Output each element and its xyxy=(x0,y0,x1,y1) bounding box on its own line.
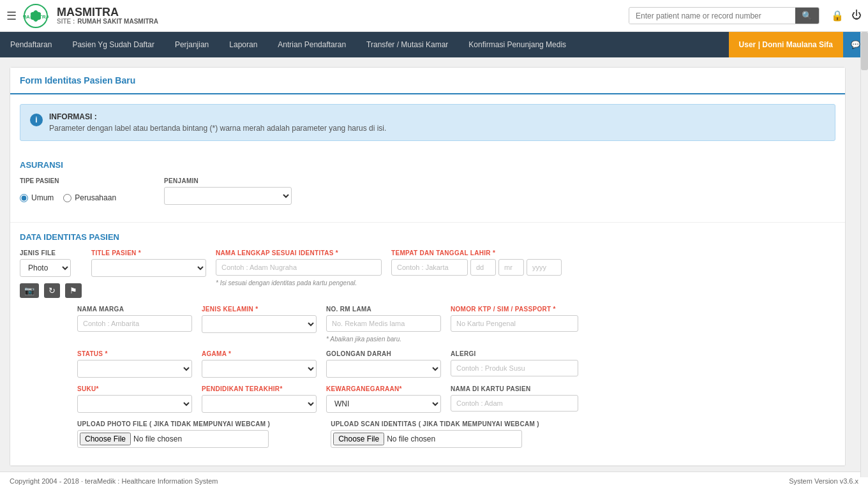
tipe-pasien-group: TIPE PASIEN Umum Perusahaan xyxy=(20,177,116,202)
jenis-kelamin-label: JENIS KELAMIN * xyxy=(202,306,317,313)
jenis-kelamin-group: JENIS KELAMIN * xyxy=(202,306,317,333)
no-rm-group: NO. RM LAMA * Abaikan jika pasien baru. xyxy=(326,306,441,343)
identitas-row5: UPLOAD PHOTO FILE ( JIKA TIDAK MEMPUNYAI… xyxy=(20,420,835,448)
power-icon[interactable]: ⏻ xyxy=(851,10,862,22)
lock-icon[interactable]: 🔒 xyxy=(831,10,844,22)
no-rm-input[interactable] xyxy=(326,315,441,332)
nama-kartu-input[interactable] xyxy=(451,395,578,412)
nav-transfer[interactable]: Transfer / Mutasi Kamar xyxy=(356,32,458,57)
kewarganegaraan-group: KEWARGANEGARAAN* WNI xyxy=(326,385,441,413)
tipe-pasien-label: TIPE PASIEN xyxy=(20,177,116,184)
jenis-file-group: JENIS FILE Photo 📷 ↻ ⚑ xyxy=(20,249,82,298)
info-box: i INFORMASI : Parameter dengan label ata… xyxy=(20,104,835,141)
radio-perusahaan[interactable]: Perusahaan xyxy=(63,193,116,202)
kewarganegaraan-select[interactable]: WNI xyxy=(326,395,441,413)
rotate-button[interactable]: ↻ xyxy=(44,283,60,298)
search-box: 🔍 xyxy=(629,7,819,24)
pendidikan-select[interactable] xyxy=(202,395,317,413)
jenis-file-label: JENIS FILE xyxy=(20,249,82,256)
radio-umum-input[interactable] xyxy=(20,194,28,202)
nav-perjanjian[interactable]: Perjanjian xyxy=(165,32,219,57)
upload-photo-label: UPLOAD PHOTO FILE ( JIKA TIDAK MEMPUNYAI… xyxy=(77,420,270,427)
tempat-lahir-input[interactable] xyxy=(391,259,468,276)
search-area: 🔍 🔒 ⏻ xyxy=(629,7,862,24)
upload-scan-input[interactable] xyxy=(331,430,522,448)
nama-marga-input[interactable] xyxy=(77,315,192,332)
identitas-row3: STATUS * AGAMA * xyxy=(20,350,835,378)
agama-select[interactable] xyxy=(202,360,317,378)
info-title: INFORMASI : xyxy=(49,112,386,121)
jenis-file-select[interactable]: Photo xyxy=(20,259,71,277)
footer-version: System Version v3.6.x xyxy=(789,477,858,485)
tempat-lahir-group: TEMPAT DAN TANGGAL LAHIR * xyxy=(391,249,562,276)
golongan-darah-label: GOLONGAN DARAH xyxy=(326,350,441,357)
site-line: SITE : RUMAH SAKIT MASMITRA xyxy=(57,18,158,25)
title-pasien-select[interactable] xyxy=(91,259,206,277)
tipe-pasien-radios: Umum Perusahaan xyxy=(20,193,116,202)
title-pasien-group: TITLE PASIEN * xyxy=(91,249,206,277)
top-header: ☰ MASMITRA MASMITRA SITE : RUMAH SAKIT M… xyxy=(0,0,868,32)
nav-laporan[interactable]: Laporan xyxy=(219,32,267,57)
tempat-lahir-label: TEMPAT DAN TANGGAL LAHIR * xyxy=(391,249,562,256)
alergi-group: ALERGI xyxy=(451,350,578,376)
status-label: STATUS * xyxy=(77,350,192,357)
site-name: RUMAH SAKIT MASMITRA xyxy=(77,18,158,25)
status-select[interactable] xyxy=(77,360,192,378)
nav-pasien[interactable]: Pasien Yg Sudah Daftar xyxy=(62,32,165,57)
tempat-lahir-row xyxy=(391,259,562,276)
search-button[interactable]: 🔍 xyxy=(795,8,819,24)
flag-button[interactable]: ⚑ xyxy=(65,283,82,298)
file-icons: 📷 ↻ ⚑ xyxy=(20,283,82,298)
upload-photo-group: UPLOAD PHOTO FILE ( JIKA TIDAK MEMPUNYAI… xyxy=(77,420,270,448)
penjamin-select[interactable] xyxy=(164,187,292,205)
penjamin-label: PENJAMIN xyxy=(164,177,292,184)
date-mm-input[interactable] xyxy=(498,259,524,276)
camera-button[interactable]: 📷 xyxy=(20,283,39,298)
title-pasien-label: TITLE PASIEN * xyxy=(91,249,206,256)
scrollbar-thumb[interactable] xyxy=(861,32,868,70)
nav-antrian[interactable]: Antrian Pendaftaran xyxy=(267,32,356,57)
main-content: Form Identitas Pasien Baru i INFORMASI :… xyxy=(0,57,855,482)
agama-group: AGAMA * xyxy=(202,350,317,378)
nav-konfirmasi[interactable]: Konfirmasi Penunjang Medis xyxy=(458,32,576,57)
radio-umum[interactable]: Umum xyxy=(20,193,54,202)
radio-perusahaan-input[interactable] xyxy=(63,194,71,202)
nama-marga-group: NAMA MARGA xyxy=(77,306,192,332)
suku-group: SUKU* xyxy=(77,385,192,413)
penjamin-group: PENJAMIN xyxy=(164,177,292,205)
nav-pendaftaran[interactable]: Pendaftaran xyxy=(0,32,62,57)
upload-photo-input[interactable] xyxy=(77,430,269,448)
nama-kartu-group: NAMA DI KARTU PASIEN xyxy=(451,385,578,412)
suku-select[interactable] xyxy=(77,395,192,413)
no-rm-label: NO. RM LAMA xyxy=(326,306,441,313)
identitas-row2: NAMA MARGA JENIS KELAMIN * NO. RM LAMA xyxy=(20,306,835,343)
nama-lengkap-label: NAMA LENGKAP SESUAI IDENTITAS * xyxy=(216,249,382,256)
nama-hint: * Isi sesuai dengan identitas pada kartu… xyxy=(216,279,382,286)
jenis-kelamin-select[interactable] xyxy=(202,315,317,333)
suku-label: SUKU* xyxy=(77,385,192,392)
nomor-ktp-input[interactable] xyxy=(451,315,578,332)
upload-scan-label: UPLOAD SCAN IDENTITAS ( JIKA TIDAK MEMPU… xyxy=(331,420,539,427)
content-wrapper: Form Identitas Pasien Baru i INFORMASI :… xyxy=(0,57,868,490)
golongan-darah-select[interactable] xyxy=(326,360,441,378)
scrollbar-track[interactable] xyxy=(860,32,868,477)
alergi-input[interactable] xyxy=(451,360,578,376)
logo-brand: MASMITRA xyxy=(57,6,158,18)
form-card: Form Identitas Pasien Baru i INFORMASI :… xyxy=(10,67,846,466)
nav-user-button[interactable]: User | Donni Maulana Sifa xyxy=(729,32,843,57)
kewarganegaraan-label: KEWARGANEGARAAN* xyxy=(326,385,441,392)
search-input[interactable] xyxy=(629,8,795,24)
hamburger-icon[interactable]: ☰ xyxy=(6,9,17,23)
logo-icon: MASMITRA xyxy=(23,3,49,29)
identitas-row4: SUKU* PENDIDIKAN TERAKHIR* xyxy=(20,385,835,413)
nomor-ktp-group: NOMOR KTP / SIM / PASSPORT * xyxy=(451,306,578,332)
golongan-darah-group: GOLONGAN DARAH xyxy=(326,350,441,378)
footer-copyright: Copyright 2004 - 2018 · teraMedik : Heal… xyxy=(10,477,218,485)
nama-lengkap-input[interactable] xyxy=(216,259,382,276)
date-yyyy-input[interactable] xyxy=(527,259,562,276)
date-dd-input[interactable] xyxy=(470,259,496,276)
pendidikan-label: PENDIDIKAN TERAKHIR* xyxy=(202,385,317,392)
logo-text-area: MASMITRA SITE : RUMAH SAKIT MASMITRA xyxy=(57,6,158,25)
alergi-label: ALERGI xyxy=(451,350,578,357)
asuransi-title: ASURANSI xyxy=(20,160,835,170)
